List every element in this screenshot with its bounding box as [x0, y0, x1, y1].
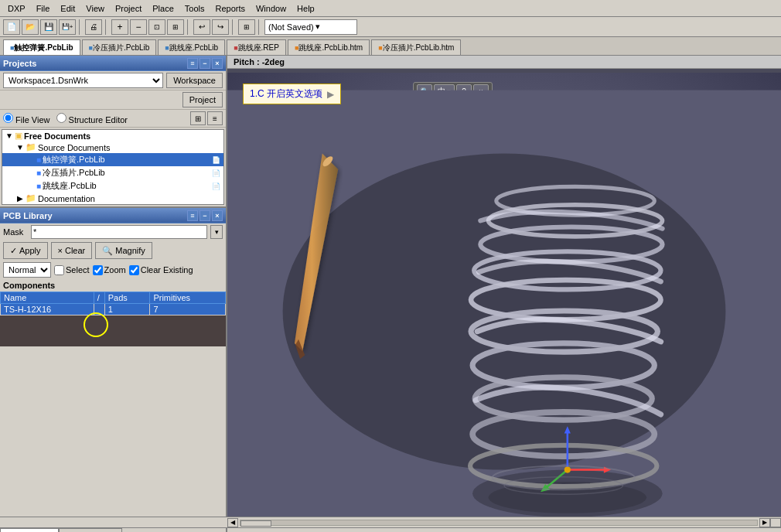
col-primitives[interactable]: Primitives	[150, 292, 226, 304]
tab-label-5: 冷压插片.PcbLib.htm	[383, 43, 455, 53]
zoom-checkbox-label[interactable]: Zoom	[93, 265, 126, 275]
tree-item-docs[interactable]: ▶ 📁 Documentation	[2, 193, 223, 204]
apply-icon: ✓	[10, 246, 17, 256]
menu-edit[interactable]: Edit	[56, 3, 80, 14]
file-view-radio[interactable]	[3, 113, 13, 123]
tb-zoom-in[interactable]: +	[111, 19, 128, 35]
clear-existing-checkbox-label[interactable]: Clear Existing	[129, 265, 193, 275]
clear-existing-checkbox[interactable]	[129, 265, 139, 275]
scroll-right-btn[interactable]: ▶	[759, 518, 770, 527]
menu-help[interactable]: Help	[292, 3, 319, 14]
tree-area: ▼ ▣ Free Documents ▼ 📁 Source Documents …	[2, 129, 224, 205]
pitch-label-bar: Pitch : -2deg	[227, 56, 781, 69]
left-panel: Projects ≡ − × Workspace1.DsnWrk Workspa…	[0, 56, 227, 517]
tree-item-free-docs[interactable]: ▼ ▣ Free Documents	[2, 130, 223, 142]
menu-reports[interactable]: Reports	[210, 3, 250, 14]
clear-label: Clear	[65, 246, 85, 255]
panel-close-icon[interactable]: ×	[212, 58, 223, 69]
tree-item-file-1[interactable]: ■ 冷压插片.PcbLib 📄	[2, 166, 223, 179]
tab-bar: ■ 触控弹簧.PcbLib ■ 冷压插片.PcbLib ■ 跳线座.PcbLib…	[0, 37, 781, 56]
select-checkbox[interactable]	[54, 265, 64, 275]
tb-save-all-btn[interactable]: 💾+	[59, 19, 76, 35]
select-checkbox-label[interactable]: Select	[54, 265, 90, 275]
pcblib-close-icon[interactable]: ×	[212, 210, 223, 221]
canvas-area[interactable]: Pitch : -2deg 1.C 开启英文选项 ▶ 🔍 中 ▾ ?	[227, 56, 781, 517]
expand-docs: ▶	[15, 194, 26, 203]
menu-place[interactable]: Place	[148, 3, 179, 14]
tb-open-btn[interactable]: 📂	[22, 19, 39, 35]
menu-dxp[interactable]: DXP	[3, 3, 30, 14]
workspace-select[interactable]: Workspace1.DsnWrk	[3, 73, 163, 88]
pcblib-menu-icon[interactable]: ≡	[187, 210, 198, 221]
tab-1[interactable]: ■ 冷压插片.PcbLib	[82, 39, 157, 55]
view-icon-btn-2[interactable]: ≡	[207, 111, 223, 125]
col-pads[interactable]: Pads	[104, 292, 150, 304]
magnify-button[interactable]: 🔍 Magnify	[95, 242, 152, 259]
pitch-label: Pitch : -2deg	[234, 57, 285, 66]
menu-file[interactable]: File	[32, 3, 55, 14]
tb-new-btn[interactable]: 📄	[3, 19, 20, 35]
tb-save-btn[interactable]: 💾	[40, 19, 57, 35]
mask-dropdown-btn[interactable]: ▾	[210, 225, 223, 239]
tree-item-file-0[interactable]: ■ 触控弹簧.PcbLib 📄	[2, 153, 223, 166]
tab-4[interactable]: ■ 跳线座.PcbLib.htm	[288, 39, 370, 55]
project-button[interactable]: Project	[182, 92, 223, 107]
tb-zoom-out[interactable]: −	[130, 19, 147, 35]
menu-view[interactable]: View	[81, 3, 109, 14]
tab-label-1: 冷压插片.PcbLib	[93, 43, 149, 53]
col-slash[interactable]: /	[94, 292, 104, 304]
clear-icon: ×	[58, 246, 63, 255]
pcb-library-tab[interactable]: PCB Library	[0, 528, 59, 532]
scroll-thumb[interactable]	[240, 520, 271, 527]
apply-button[interactable]: ✓ Apply	[3, 242, 48, 259]
col-name[interactable]: Name	[1, 292, 94, 304]
tab-3[interactable]: ■ 跳线座.REP	[227, 39, 286, 55]
separator-3	[187, 19, 190, 35]
h-scrollbar[interactable]: ◀ ▶	[0, 517, 781, 527]
tab-5[interactable]: ■ 冷压插片.PcbLib.htm	[371, 39, 461, 55]
file-icon-0: ■	[36, 155, 41, 164]
menu-project[interactable]: Project	[111, 3, 146, 14]
tb-redo[interactable]: ↪	[212, 19, 229, 35]
tab-label-3: 跳线座.REP	[238, 43, 279, 53]
tree-item-file-2[interactable]: ■ 跳线座.PcbLib 📄	[2, 179, 223, 193]
separator-1	[79, 19, 82, 35]
viewport-3d[interactable]: 🔍 中 ▾ ? ×	[227, 73, 781, 517]
mask-input[interactable]	[31, 225, 207, 239]
file-view-radio-label[interactable]: File View	[3, 113, 50, 124]
panel-minimize-icon[interactable]: −	[200, 58, 210, 69]
tb-undo[interactable]: ↩	[193, 19, 210, 35]
pcbltr-filter-tab[interactable]: PCBLTR Filter	[59, 528, 122, 532]
zoom-checkbox[interactable]	[93, 265, 103, 275]
panel-menu-icon[interactable]: ≡	[187, 58, 198, 69]
tb-zoom-area[interactable]: ⊞	[167, 19, 184, 35]
tb-zoom-fit[interactable]: ⊡	[148, 19, 165, 35]
normal-dropdown[interactable]: Normal	[3, 262, 51, 278]
tab-0[interactable]: ■ 触控弹簧.PcbLib	[3, 39, 80, 55]
dropdown-arrow-icon: ▾	[315, 22, 320, 32]
menu-window[interactable]: Window	[251, 3, 291, 14]
tb-grid[interactable]: ⊞	[238, 19, 255, 35]
menu-tools[interactable]: Tools	[180, 3, 210, 14]
pcblib-minimize-icon[interactable]: −	[200, 210, 210, 221]
tree-item-source-docs[interactable]: ▼ 📁 Source Documents	[2, 142, 223, 153]
structure-editor-radio-label[interactable]: Structure Editor	[56, 113, 128, 124]
file-detail-icon-1: 📄	[212, 169, 220, 177]
projects-panel: Projects ≡ − × Workspace1.DsnWrk Workspa…	[0, 56, 226, 206]
file-label-0: 触控弹簧.PcbLib	[43, 154, 105, 165]
tab-2[interactable]: ■ 跳线座.PcbLib	[158, 39, 225, 55]
suggestion-box[interactable]: 1.C 开启英文选项 ▶	[243, 84, 341, 104]
workspace-button[interactable]: Workspace	[166, 73, 223, 88]
circle-indicator	[84, 312, 108, 337]
clear-button[interactable]: × Clear	[51, 242, 93, 259]
magnify-label: Magnify	[115, 246, 145, 255]
view-icon-btn-1[interactable]: ⊞	[190, 111, 206, 125]
scroll-track[interactable]	[240, 520, 758, 526]
table-row[interactable]: TS-H-12X16 1 7	[1, 304, 226, 315]
tb-print-btn[interactable]: 🖨	[85, 19, 102, 35]
scroll-left-btn[interactable]: ◀	[227, 518, 238, 527]
workspace-dropdown[interactable]: (Not Saved) ▾	[264, 19, 357, 35]
file-icon-2: ■	[36, 182, 41, 190]
structure-editor-radio[interactable]	[56, 113, 67, 123]
bottom-panel-tabs: PCB Library PCBLTR Filter	[0, 528, 227, 532]
